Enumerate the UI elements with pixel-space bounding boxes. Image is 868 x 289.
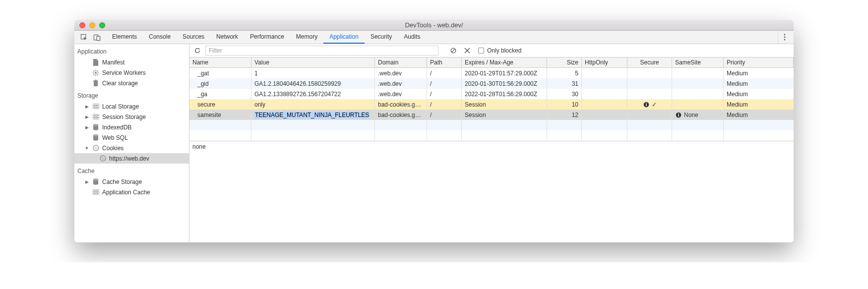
empty-cell [672, 130, 724, 141]
chevron-right-icon[interactable]: ▶ [84, 115, 89, 119]
table-header-row: NameValueDomainPathExpires / Max-AgeSize… [189, 58, 794, 68]
sidebar-item-session-storage[interactable]: ▶Session Storage [74, 112, 189, 122]
tab-security[interactable]: Security [365, 31, 398, 44]
clear-all-icon[interactable] [447, 45, 459, 57]
chevron-right-icon[interactable]: ▶ [84, 179, 89, 184]
cell-priority: Medium [724, 99, 794, 110]
refresh-icon[interactable] [191, 45, 203, 57]
cell-httponly [582, 99, 627, 110]
svg-point-43 [93, 178, 98, 180]
tab-elements[interactable]: Elements [106, 31, 143, 44]
column-header-size[interactable]: Size [547, 58, 582, 67]
cell-expires: 2022-01-28T01:56:29.000Z [462, 89, 547, 99]
cell-expires: Session [462, 99, 547, 110]
sidebar-section-storage: Storage [74, 88, 189, 101]
column-header-domain[interactable]: Domain [375, 58, 427, 67]
application-sidebar: ApplicationManifestService WorkersClear … [74, 44, 189, 242]
cell-expires: Session [462, 110, 547, 120]
empty-cell [724, 120, 794, 130]
sidebar-item-label: Session Storage [102, 114, 146, 120]
sidebar-item-cookies[interactable]: ▼Cookies [74, 143, 189, 153]
table-row[interactable]: secureonlybad-cookies.g…/Session10✓Mediu… [189, 99, 794, 110]
tab-audits[interactable]: Audits [398, 31, 426, 44]
sidebar-item-label: Service Workers [102, 69, 146, 76]
only-blocked-checkbox[interactable] [478, 48, 484, 54]
sidebar-item-label: IndexedDB [102, 124, 131, 131]
sidebar-item-application-cache[interactable]: Application Cache [74, 187, 189, 197]
column-header-value[interactable]: Value [251, 58, 375, 67]
cell-samesite [672, 68, 724, 78]
sidebar-item-https-web-dev[interactable]: https://web.dev [74, 153, 189, 164]
sidebar-section-application: Application [74, 44, 189, 57]
empty-cell [375, 120, 427, 130]
cell-priority: Medium [724, 110, 794, 120]
cell-samesite [672, 99, 724, 110]
delete-selected-icon[interactable] [461, 45, 473, 57]
cell-size: 5 [547, 68, 582, 78]
tab-performance[interactable]: Performance [244, 31, 290, 44]
svg-point-39 [103, 158, 104, 159]
svg-rect-16 [93, 80, 98, 81]
tab-sources[interactable]: Sources [177, 31, 210, 44]
svg-point-32 [93, 145, 98, 151]
table-row[interactable]: _gidGA1.2.1804046426.1580259929.web.dev/… [189, 78, 794, 89]
tab-network[interactable]: Network [210, 31, 244, 44]
chevron-down-icon[interactable]: ▼ [84, 146, 89, 151]
info-icon [643, 101, 650, 108]
sidebar-section-cache: Cache [74, 164, 189, 176]
svg-line-12 [97, 74, 98, 75]
empty-cell [547, 120, 582, 130]
cookies-table: NameValueDomainPathExpires / Max-AgeSize… [189, 58, 794, 141]
cell-path: / [427, 78, 462, 89]
tab-memory[interactable]: Memory [290, 31, 323, 44]
cell-size: 30 [547, 89, 582, 99]
more-options-icon[interactable] [778, 31, 791, 44]
column-header-priority[interactable]: Priority [724, 58, 794, 67]
db-icon [92, 178, 99, 185]
filter-input[interactable] [205, 46, 438, 56]
cell-size: 10 [547, 99, 582, 110]
column-header-name[interactable]: Name [189, 58, 251, 67]
sidebar-item-manifest[interactable]: Manifest [74, 57, 189, 67]
cell-path: / [427, 89, 462, 99]
chevron-right-icon[interactable]: ▶ [84, 104, 89, 109]
column-header-expires-max-age[interactable]: Expires / Max-Age [462, 58, 547, 67]
inspect-element-icon[interactable] [77, 31, 90, 44]
empty-cell [189, 120, 251, 130]
sidebar-item-cache-storage[interactable]: ▶Cache Storage [74, 176, 189, 187]
cookie-icon [92, 145, 99, 151]
svg-point-38 [101, 157, 102, 158]
sidebar-item-web-sql[interactable]: Web SQL [74, 132, 189, 143]
table-row[interactable]: _gaGA1.2.1338892726.1567204722.web.dev/2… [189, 89, 794, 99]
chevron-right-icon[interactable]: ▶ [84, 125, 89, 130]
empty-cell [189, 130, 251, 141]
sidebar-item-indexeddb[interactable]: ▶IndexedDB [74, 122, 189, 132]
gear-icon [92, 69, 99, 76]
svg-point-29 [93, 124, 98, 126]
cell-httponly [582, 68, 627, 78]
column-header-path[interactable]: Path [427, 58, 462, 67]
column-header-httponly[interactable]: HttpOnly [582, 58, 627, 67]
table-row[interactable]: _gat1.web.dev/2020-01-29T01:57:29.000Z5M… [189, 68, 794, 78]
table-row[interactable]: samesiteTEENAGE_MUTANT_NINJA_FLEURTLESba… [189, 110, 794, 120]
file-icon [92, 59, 99, 66]
only-blocked-toggle[interactable]: Only blocked [478, 47, 521, 54]
sidebar-item-local-storage[interactable]: ▶Local Storage [74, 101, 189, 112]
sidebar-item-label: Cookies [102, 145, 124, 152]
cell-name: samesite [189, 110, 251, 120]
sidebar-item-service-workers[interactable]: Service Workers [74, 67, 189, 78]
svg-line-14 [97, 70, 98, 71]
svg-line-13 [94, 74, 95, 75]
tab-application[interactable]: Application [323, 31, 365, 44]
column-header-samesite[interactable]: SameSite [672, 58, 724, 67]
sidebar-item-label: Manifest [102, 59, 124, 66]
device-toolbar-icon[interactable] [90, 31, 103, 44]
sidebar-item-clear-storage[interactable]: Clear storage [74, 78, 189, 88]
svg-rect-17 [95, 80, 97, 81]
tab-console[interactable]: Console [143, 31, 177, 44]
column-header-secure[interactable]: Secure [627, 58, 672, 67]
svg-point-34 [96, 147, 97, 148]
sidebar-item-label: Web SQL [102, 134, 128, 141]
db-icon [92, 124, 99, 130]
cell-size: 12 [547, 110, 582, 120]
